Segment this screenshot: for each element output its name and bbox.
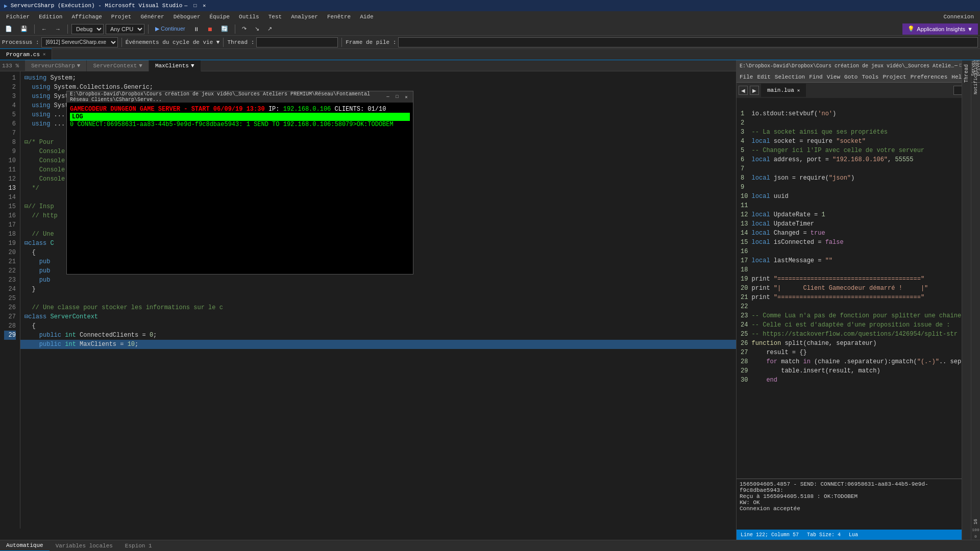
lua-menu-view[interactable]: View [827,74,840,80]
editor-area: 133 % ServeurCSharp ▼ ServerContext ▼ Ma… [0,60,736,540]
frame-input[interactable] [398,37,978,47]
step-into[interactable]: ↘ [252,23,262,35]
separator-2 [67,24,68,34]
tab-bar: Program.cs ✕ [0,49,980,60]
menu-projet[interactable]: Projet [107,13,136,21]
lua-console-line-2: Reçu à 1565094605.5188 : OK:TODOBEM [740,493,968,499]
lua-menu-find[interactable]: Find [809,74,822,80]
cpu-dropdown[interactable]: Any CPU [106,24,144,34]
lua-forward-arrow[interactable]: ▶ [750,86,759,95]
line-numbers: 12345 6789 101112 13 14151617 18192021 2… [0,71,20,529]
lua-menu-project[interactable]: Project [883,74,906,80]
menu-test[interactable]: Test [264,13,286,21]
thread-label[interactable]: Thread [963,60,970,87]
forward-button[interactable]: → [52,23,64,35]
subtab-serveur[interactable]: ServeurCSharp ▼ [25,60,87,71]
menu-aide[interactable]: Aide [356,13,377,21]
separator-3 [148,24,149,34]
ai-icon: 💡 [908,26,915,32]
menu-affichage[interactable]: Affichage [67,13,106,21]
lua-console: 1565094605.4857 - SEND: CONNECT:06958631… [737,479,971,530]
minimize-button[interactable]: — [182,2,189,9]
separator-1 [34,24,35,34]
new-button[interactable]: 📄 [2,23,15,35]
restart-button[interactable]: 🔄 [218,23,231,35]
subtab-arrow: ▼ [139,63,142,69]
app-icon: ▶ [4,3,8,9]
sidebar-comments-icon[interactable]: 16 [971,517,981,527]
step-out[interactable]: ↗ [264,23,275,35]
console-title: E:\Dropbox-David\Dropbox\Cours création … [70,91,384,103]
continue-button[interactable]: ▶ Continuer [152,23,188,35]
tab-label: Program.cs [6,52,40,58]
lua-statusbar: Line 122; Column 57 Tab Size: 4 Lua [737,530,971,540]
menu-generer[interactable]: Générer [136,13,168,21]
console-maximize[interactable]: □ [394,93,401,101]
config-dropdown[interactable]: Debug [71,24,104,34]
lua-panel: E:\Dropbox-David\Dropbox\Cours création … [736,60,971,540]
lua-menu-file[interactable]: File [740,74,753,80]
bottom-tab-watch[interactable]: Espion 1 [119,540,158,552]
menu-equipe[interactable]: Équipe [206,13,234,21]
ai-button[interactable]: 💡 Application Insights ▼ [902,23,978,35]
subtab-servercontext[interactable]: ServerContext ▼ [87,60,149,71]
subtabs: 133 % ServeurCSharp ▼ ServerContext ▼ Ma… [0,60,736,71]
tab-close-icon[interactable]: ✕ [43,52,45,57]
bottom-tab-locals[interactable]: Variables locales [50,540,119,552]
lua-lang: Lua [849,532,858,538]
menu-bar: Fichier Edition Affichage Projet Générer… [0,11,980,22]
subtab-maxclients[interactable]: MaxClients ▼ [149,60,201,71]
back-button[interactable]: ← [38,23,50,35]
thread-input[interactable] [256,37,338,47]
save-button[interactable]: 💾 [17,23,31,35]
step-over[interactable]: ↷ [239,23,250,35]
process-dropdown[interactable]: [6912] ServeurCSharp.exe [41,37,118,47]
pause-button[interactable]: ⏸ [190,23,202,35]
console-minimize[interactable]: — [384,93,391,101]
sep-debug2 [223,38,224,47]
connexion-button[interactable]: Connexion [940,13,978,21]
lua-title: E:\Dropbox-David\Dropbox\Cours création … [740,63,954,69]
stop-button[interactable]: ⏹ [204,23,216,35]
bottom-area: Automatique Variables locales Espion 1 N… [0,540,980,551]
subtab-label: ServerContext [93,63,137,69]
lua-back-arrow[interactable]: ◀ [739,86,748,95]
lua-tabbar: main.lua ✕ [761,84,951,97]
lua-code[interactable]: 1 io.stdout:setvbuf('no') 2 3 -- La sock… [737,98,971,479]
console-body[interactable]: GAMECODEUR DUNGEON GAME SERVER - START 0… [67,103,413,274]
lua-tab-main[interactable]: main.lua ✕ [761,84,806,97]
menu-debogueur[interactable]: Déboguer [169,13,205,21]
close-button[interactable]: ✕ [201,2,208,9]
menu-analyser[interactable]: Analyser [287,13,322,21]
menu-fichier[interactable]: Fichier [2,13,34,21]
lua-menu-edit[interactable]: Edit [757,74,770,80]
lua-minimize[interactable]: — [954,63,958,69]
console-close[interactable]: ✕ [403,93,410,101]
console-titlebar: E:\Dropbox-David\Dropbox\Cours création … [67,91,413,103]
sidebar-notif-icon[interactable]: Notifications [971,72,981,81]
menu-fenetre[interactable]: Fenêtre [323,13,355,21]
lua-tab-label: main.lua [767,87,794,93]
bottom-panel-tabs: Automatique Variables locales Espion 1 [0,540,980,551]
right-sidebar: Serveurs privés Notifications 16 100 0 [971,60,980,540]
lua-menu-goto[interactable]: Goto [844,74,857,80]
main-content: 133 % ServeurCSharp ▼ ServerContext ▼ Ma… [0,60,980,540]
lua-menu-tools[interactable]: Tools [862,74,878,80]
lua-menu-prefs[interactable]: Preferences [911,74,948,80]
lua-menu-selection[interactable]: Selection [775,74,805,80]
lua-console-line-4: Connexion acceptée [740,506,968,512]
console-window: E:\Dropbox-David\Dropbox\Cours création … [66,91,413,274]
lua-tab-close[interactable]: ✕ [797,88,800,93]
sep-debug [121,38,122,47]
process-label: Processus : [2,39,39,45]
lua-titlebar: E:\Dropbox-David\Dropbox\Cours création … [737,60,971,71]
ai-dropdown-icon: ▼ [967,26,973,32]
lua-nav: ◀ ▶ main.lua ✕ [737,83,971,98]
maximize-button[interactable]: □ [191,2,199,9]
tab-program-cs[interactable]: Program.cs ✕ [0,48,52,60]
menu-edition[interactable]: Edition [35,13,66,21]
debug-toolbar: Processus : [6912] ServeurCSharp.exe Évé… [0,36,980,49]
bottom-tab-auto[interactable]: Automatique [0,540,50,552]
menu-outils[interactable]: Outils [235,13,263,21]
events-label[interactable]: Événements du cycle de vie ▼ [126,39,220,45]
